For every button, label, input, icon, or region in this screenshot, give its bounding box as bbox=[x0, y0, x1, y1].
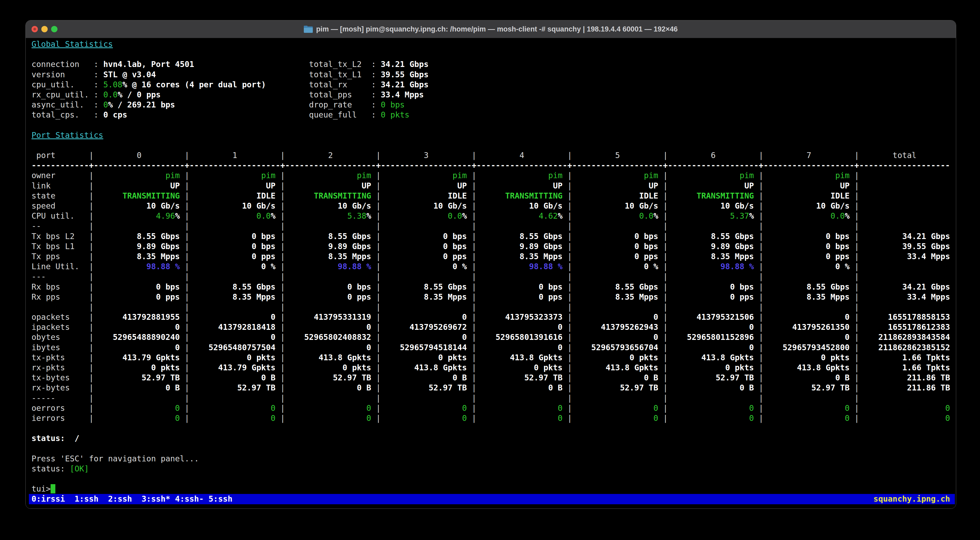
terminal-text-segment: | bbox=[663, 373, 668, 382]
terminal-text-segment: | bbox=[280, 171, 285, 180]
terminal-text-segment: | bbox=[567, 322, 572, 332]
terminal-text-segment bbox=[658, 282, 663, 291]
terminal-text-segment: | bbox=[854, 151, 859, 160]
terminal-text-segment: | bbox=[89, 373, 94, 382]
terminal-text-segment bbox=[754, 232, 759, 241]
terminal-text-segment bbox=[467, 413, 472, 423]
terminal-text-segment: | bbox=[185, 353, 189, 362]
terminal-text-segment bbox=[764, 211, 830, 221]
terminal-text-segment: 0 bbox=[558, 403, 563, 413]
terminal-text-segment: tx-bytes bbox=[32, 373, 89, 382]
terminal-text-segment: 10 Gb/s bbox=[625, 201, 658, 210]
terminal-text-segment bbox=[658, 191, 663, 200]
terminal-text-segment bbox=[563, 171, 567, 180]
terminal-text-segment bbox=[572, 393, 663, 403]
terminal-text-segment: | bbox=[89, 262, 94, 271]
terminal-text-segment: 0 cps bbox=[103, 110, 127, 119]
terminal-text-segment bbox=[285, 393, 376, 403]
terminal-text-segment: 8.35 Mpps bbox=[711, 252, 754, 261]
terminal-text-segment: 8.55 Gbps bbox=[424, 282, 467, 291]
terminal-text-segment: 0 bbox=[366, 403, 371, 413]
terminal-text-segment: | bbox=[89, 242, 94, 251]
terminal-text-segment: | bbox=[472, 232, 476, 241]
terminal-text-segment bbox=[658, 383, 663, 392]
terminal-text-segment bbox=[180, 232, 185, 241]
terminal-text-segment: | bbox=[280, 181, 285, 190]
global-stats-row: cpu_util. : 5.08% @ 16 cores (4 per dual… bbox=[32, 80, 952, 90]
terminal-text-segment: | bbox=[854, 272, 859, 281]
terminal-text-segment: | bbox=[89, 282, 94, 291]
terminal-text-segment: | bbox=[185, 232, 189, 241]
terminal-text-segment: | bbox=[854, 292, 859, 302]
terminal-text-segment bbox=[668, 171, 740, 180]
terminal-text-segment bbox=[572, 252, 634, 261]
terminal-text-segment: total_rx : bbox=[309, 80, 381, 89]
terminal-screen[interactable]: Global Statisticsconnection : hvn4.lab, … bbox=[26, 38, 956, 508]
table-row: obytes | 52965488890240 | 0 | 5296580240… bbox=[32, 332, 952, 342]
terminal-text-segment bbox=[94, 232, 137, 241]
terminal-text-segment bbox=[668, 282, 730, 291]
terminal-text-segment bbox=[189, 393, 280, 403]
terminal-text-segment bbox=[668, 211, 730, 221]
terminal-text-segment bbox=[275, 181, 280, 190]
terminal-text-segment: 0 bbox=[175, 413, 180, 423]
close-button[interactable] bbox=[32, 26, 38, 32]
terminal-text-segment bbox=[275, 211, 280, 221]
terminal-text-segment: | bbox=[185, 383, 189, 392]
terminal-text-segment: 34.21 Gbps bbox=[381, 80, 429, 89]
terminal-text-segment bbox=[94, 322, 175, 332]
window-title-text: pim — [mosh] pim@squanchy.ipng.ch: /home… bbox=[316, 25, 678, 33]
terminal-text-segment: IDLE bbox=[639, 191, 658, 200]
terminal-text-segment: 0 pkts bbox=[725, 363, 754, 372]
terminal-text-segment bbox=[285, 221, 376, 230]
terminal-text-segment: | bbox=[472, 282, 476, 291]
terminal-text-segment: 8.35 Mpps bbox=[519, 252, 563, 261]
terminal-text-segment: 413.8 Gpkts bbox=[797, 363, 850, 372]
terminal-text-segment bbox=[754, 252, 759, 261]
terminal-text-segment bbox=[381, 242, 443, 251]
terminal-text-segment bbox=[371, 201, 376, 210]
terminal-text-segment bbox=[371, 312, 376, 322]
terminal-text-segment: | bbox=[89, 252, 94, 261]
zoom-button[interactable] bbox=[51, 26, 57, 32]
terminal-text-segment bbox=[189, 171, 261, 180]
terminal-text-segment bbox=[668, 221, 759, 230]
terminal-text-segment bbox=[658, 363, 663, 372]
terminal-text-segment bbox=[850, 383, 854, 392]
terminal-text-segment bbox=[850, 353, 854, 362]
terminal-text-segment bbox=[850, 413, 854, 423]
terminal-text-segment bbox=[850, 181, 854, 190]
terminal-text-segment bbox=[467, 242, 472, 251]
terminal-text-segment bbox=[32, 302, 89, 311]
terminal-text-segment bbox=[850, 171, 854, 180]
terminal-text-segment: | bbox=[185, 403, 189, 413]
terminal-text-segment: Rx pps bbox=[32, 292, 89, 302]
terminal-text-segment: UP bbox=[266, 181, 275, 190]
terminal-text-segment: 0 bps bbox=[381, 100, 405, 109]
traffic-lights bbox=[32, 21, 57, 38]
terminal-text-segment: 52965801391616 bbox=[496, 332, 563, 342]
terminal-text-segment: | bbox=[854, 191, 859, 200]
terminal-text-segment: 33.4 Mpps bbox=[381, 90, 424, 99]
table-group-separator-row: ----- | | | | | | | | | bbox=[32, 393, 952, 403]
terminal-text-segment: Tx bps L1 bbox=[32, 242, 89, 251]
terminal-text-segment bbox=[668, 302, 759, 311]
terminal-text-segment bbox=[764, 332, 845, 342]
terminal-text-segment bbox=[476, 181, 553, 190]
terminal-text-segment: 10 Gb/s bbox=[338, 201, 371, 210]
terminal-text-segment bbox=[381, 312, 462, 322]
minimize-button[interactable] bbox=[41, 26, 48, 32]
terminal-text-segment: 9.89 Gbps bbox=[328, 242, 371, 251]
terminal-text-segment bbox=[275, 363, 280, 372]
terminal-text-segment bbox=[563, 363, 567, 372]
terminal-text-segment: 52.97 TB bbox=[811, 383, 850, 392]
terminal-text-segment: | bbox=[567, 201, 572, 210]
terminal-text-segment: IDLE bbox=[448, 191, 467, 200]
terminal-text-segment bbox=[371, 181, 376, 190]
terminal-text-segment: 0 bps bbox=[251, 232, 275, 241]
terminal-text-segment: 2 bbox=[285, 151, 376, 160]
terminal-text-segment: 0 pkts bbox=[630, 353, 658, 362]
prompt-line: tui> bbox=[32, 484, 952, 494]
terminal-text-segment: 4.96 bbox=[156, 211, 175, 221]
terminal-text-segment bbox=[189, 282, 232, 291]
